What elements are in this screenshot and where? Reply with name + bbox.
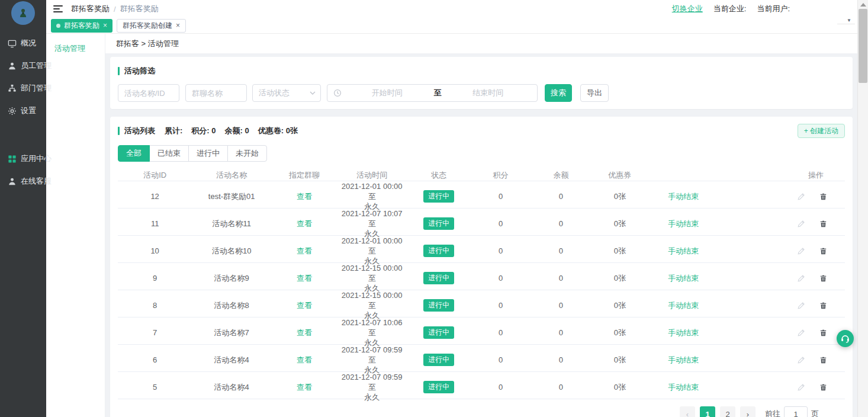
apps-icon (8, 155, 17, 163)
vertical-scrollbar[interactable] (857, 0, 868, 417)
delete-icon[interactable] (819, 220, 827, 228)
edit-icon[interactable] (797, 274, 805, 283)
page-area: 群拓客 > 活动管理 活动筛选 活动状态 (105, 34, 857, 417)
delete-icon[interactable] (819, 356, 827, 364)
page-number-button[interactable]: 2 (720, 406, 735, 417)
view-link[interactable]: 查看 (297, 274, 312, 283)
edit-icon[interactable] (797, 247, 805, 255)
cell-activity-time: 2021-12-15 00:00 至 永久 (337, 290, 407, 320)
edit-icon[interactable] (797, 193, 805, 201)
switch-company-link[interactable]: 切换企业 (672, 4, 703, 14)
view-link[interactable]: 查看 (297, 219, 312, 228)
status-badge: 进行中 (423, 299, 454, 311)
manual-end-link[interactable]: 手动结束 (668, 191, 699, 202)
sidebar-item-employees[interactable]: 员工管理 (0, 54, 46, 77)
close-icon[interactable]: × (176, 22, 180, 29)
prev-page-button[interactable]: ‹ (680, 406, 695, 417)
activity-status-select[interactable]: 活动状态 (252, 84, 321, 102)
delete-icon[interactable] (819, 274, 827, 283)
table-row: 8 活动名称8 查看 2021-12-15 00:00 至 永久 进行中 0 0… (118, 290, 845, 317)
status-tab[interactable]: 未开始 (227, 145, 267, 162)
sidebar-item-label: 应用中心 (21, 153, 52, 164)
cell-balance: 0 (530, 192, 591, 201)
user-dropdown-caret-icon[interactable]: ▼ (847, 18, 851, 23)
department-icon (8, 84, 17, 93)
group-name-input[interactable] (185, 84, 247, 102)
scrollbar-thumb[interactable] (859, 9, 867, 83)
search-button[interactable]: 搜索 (545, 84, 572, 102)
topbar-right: 切换企业 当前企业: 当前用户: (672, 4, 849, 14)
collapse-menu-icon[interactable] (53, 5, 63, 12)
submenu-item-activity-management[interactable]: 活动管理 (46, 39, 105, 59)
view-link[interactable]: 查看 (297, 355, 312, 364)
export-button[interactable]: 导出 (580, 84, 609, 102)
cell-points: 0 (471, 192, 530, 201)
status-tab[interactable]: 全部 (118, 145, 150, 162)
edit-icon[interactable] (797, 329, 805, 337)
edit-icon[interactable] (797, 356, 805, 364)
sidebar-item-app-center[interactable]: 应用中心 (0, 147, 46, 170)
overview-icon (8, 39, 17, 48)
cell-points: 0 (471, 301, 530, 310)
view-link[interactable]: 查看 (297, 301, 312, 310)
content-area: 活动管理 群拓客 > 活动管理 活动筛选 活动状态 (46, 34, 857, 417)
sidebar-item-settings[interactable]: 设置 (0, 100, 46, 122)
sidebar-item-departments[interactable]: 部门管理 (0, 77, 46, 100)
status-tab[interactable]: 进行中 (188, 145, 228, 162)
edit-icon[interactable] (797, 383, 805, 392)
activity-name-input[interactable] (118, 84, 179, 102)
sidebar-item-online-service[interactable]: 在线客服 (0, 170, 46, 193)
page-number-button[interactable]: 1 (700, 406, 715, 417)
delete-icon[interactable] (819, 383, 827, 392)
table-row: 7 活动名称7 查看 2021-12-07 10:06 至 永久 进行中 0 0… (118, 317, 845, 345)
cell-specified-group: 查看 (271, 273, 337, 284)
company-logo[interactable] (11, 1, 35, 25)
status-tab[interactable]: 已结束 (149, 145, 189, 162)
manual-end-link[interactable]: 手动结束 (668, 355, 699, 365)
customer-service-fab[interactable] (837, 330, 854, 347)
manual-end-link[interactable]: 手动结束 (668, 246, 699, 256)
delete-icon[interactable] (819, 329, 827, 337)
tab-group-reward-create[interactable]: 群拓客奖励创建 × (117, 19, 186, 33)
edit-icon[interactable] (797, 301, 805, 310)
delete-icon[interactable] (819, 193, 827, 201)
cell-specified-group: 查看 (271, 355, 337, 365)
activity-list-card: 活动列表 累计: 积分: 0 余额: 0 优惠卷: 0张 + 创建活动 全部已结… (110, 117, 853, 417)
sidebar-item-overview[interactable]: 概况 (0, 32, 46, 54)
manual-end-link[interactable]: 手动结束 (668, 273, 699, 284)
scrollbar-up-icon[interactable] (860, 3, 866, 7)
cell-balance: 0 (530, 328, 591, 337)
time-line-start: 2021-12-15 00:00 至 (337, 263, 407, 283)
pagination-pages: 12 (700, 406, 735, 417)
delete-icon[interactable] (819, 247, 827, 255)
cell-activity-time: 2021-12-01 00:00 至 永久 (337, 181, 407, 211)
column-header: 活动名称 (192, 170, 271, 181)
view-link[interactable]: 查看 (297, 328, 312, 337)
manual-end-link[interactable]: 手动结束 (668, 328, 699, 338)
cell-points: 0 (471, 219, 530, 228)
tab-group-reward[interactable]: 群拓客奖励 × (51, 19, 112, 33)
cell-balance: 0 (530, 219, 591, 228)
edit-icon[interactable] (797, 220, 805, 228)
cell-activity-id: 10 (118, 246, 192, 255)
view-link[interactable]: 查看 (297, 383, 312, 392)
cell-coupon: 0张 (592, 191, 648, 202)
manual-end-link[interactable]: 手动结束 (668, 382, 699, 393)
create-activity-button[interactable]: + 创建活动 (798, 124, 845, 138)
delete-icon[interactable] (819, 301, 827, 310)
cell-coupon: 0张 (592, 300, 648, 311)
cell-points: 0 (471, 355, 530, 364)
view-link[interactable]: 查看 (297, 192, 312, 201)
table-row: 9 活动名称9 查看 2021-12-15 00:00 至 永久 进行中 0 0… (118, 263, 845, 290)
close-icon[interactable]: × (103, 22, 107, 29)
cell-activity-time: 2021-12-07 10:06 至 永久 (337, 317, 407, 348)
manual-end-link[interactable]: 手动结束 (668, 219, 699, 229)
goto-page-input[interactable] (784, 406, 808, 417)
cell-activity-time: 2021-12-15 00:00 至 永久 (337, 263, 407, 293)
time-line-start: 2021-12-07 09:59 至 (337, 345, 407, 365)
manual-end-link[interactable]: 手动结束 (668, 300, 699, 311)
date-range-picker[interactable]: 开始时间 至 结束时间 (327, 84, 538, 102)
cell-balance: 0 (530, 274, 591, 283)
next-page-button[interactable]: › (740, 406, 756, 417)
view-link[interactable]: 查看 (297, 246, 312, 255)
